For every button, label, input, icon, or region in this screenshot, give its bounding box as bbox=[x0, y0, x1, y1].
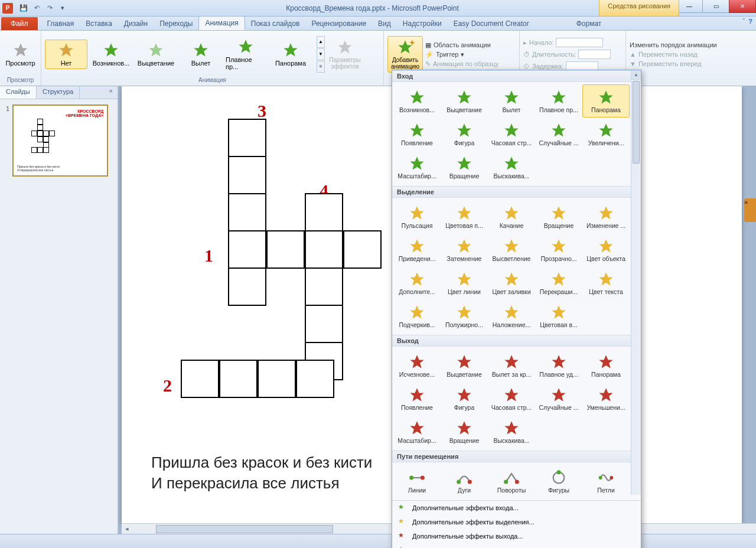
gallery-item[interactable]: Вылет bbox=[488, 84, 535, 118]
gallery-item[interactable]: Подчеркив... bbox=[393, 299, 441, 332]
panel-close-icon[interactable]: × bbox=[105, 86, 118, 99]
gallery-item[interactable]: Полужирно... bbox=[441, 299, 488, 332]
gallery-item[interactable]: Появление bbox=[393, 118, 441, 151]
gallery-item[interactable]: Часовая стр... bbox=[488, 382, 535, 415]
gallery-item[interactable]: Изменение ... bbox=[582, 200, 630, 233]
duration-input[interactable] bbox=[578, 50, 611, 59]
crossword-cell[interactable] bbox=[296, 360, 334, 398]
gallery-item[interactable]: Качание bbox=[488, 200, 535, 233]
qat-customize-icon[interactable]: ▾ bbox=[57, 2, 69, 14]
crossword-cell[interactable] bbox=[266, 230, 305, 269]
preview-button[interactable]: Просмотр bbox=[3, 40, 37, 69]
crossword-cell[interactable] bbox=[219, 360, 258, 398]
gallery-item[interactable]: Панорама bbox=[582, 349, 630, 382]
slides-tab[interactable]: Слайды bbox=[0, 86, 37, 99]
more-emphasis-effects[interactable]: ★Дополнительные эффекты выделения... bbox=[392, 515, 641, 529]
gallery-item[interactable]: Дуги bbox=[441, 465, 488, 498]
crossword-cell[interactable] bbox=[305, 193, 343, 231]
minimize-button[interactable]: — bbox=[676, 0, 703, 13]
tab-slideshow[interactable]: Показ слайдов bbox=[245, 17, 306, 30]
gallery-item[interactable]: Затемнение bbox=[441, 233, 488, 266]
gallery-item[interactable]: Плавное уд... bbox=[535, 349, 582, 382]
gallery-item[interactable]: Вращение bbox=[535, 200, 582, 233]
slide-thumbnail[interactable]: КРОССВОРД «ВРЕМЕНА ГОДА» Пришла без крас… bbox=[13, 105, 107, 176]
anim-appear[interactable]: Возникнов... bbox=[90, 40, 132, 69]
gallery-item[interactable]: Прозрачно... bbox=[535, 233, 582, 266]
gallery-item[interactable]: Часовая стр... bbox=[488, 118, 535, 151]
gallery-item[interactable]: Приведени... bbox=[393, 233, 441, 266]
gallery-item[interactable]: Фигуры bbox=[535, 465, 582, 498]
crossword-cell[interactable] bbox=[228, 119, 266, 157]
gallery-item[interactable]: Цветовая п... bbox=[441, 200, 488, 233]
tab-insert[interactable]: Вставка bbox=[80, 17, 118, 30]
crossword-cell[interactable] bbox=[305, 230, 343, 269]
tab-animations[interactable]: Анимация bbox=[198, 16, 245, 30]
gallery-scrollbar[interactable]: ▲ bbox=[631, 70, 641, 495]
gallery-item[interactable]: Фигура bbox=[441, 118, 488, 151]
gallery-item[interactable]: Случайные ... bbox=[535, 382, 582, 415]
gallery-item[interactable]: Цвет объекта bbox=[582, 233, 630, 266]
gallery-item[interactable]: Панорама bbox=[582, 84, 630, 118]
crossword-cell[interactable] bbox=[228, 230, 266, 269]
gallery-item[interactable]: Фигура bbox=[441, 382, 488, 415]
gallery-item[interactable]: Выскакива... bbox=[488, 151, 535, 184]
move-later-button[interactable]: ▼ Переместить вперед bbox=[630, 60, 702, 68]
maximize-button[interactable]: ▭ bbox=[702, 0, 729, 13]
gallery-up-icon[interactable]: ▲ bbox=[317, 36, 325, 48]
anim-none[interactable]: Нет bbox=[45, 40, 87, 69]
crossword-cell[interactable] bbox=[228, 193, 266, 231]
crossword-cell[interactable] bbox=[305, 305, 343, 343]
anim-fade[interactable]: Выцветание bbox=[135, 40, 177, 69]
gallery-item[interactable]: Дополните... bbox=[393, 266, 441, 299]
gallery-item[interactable]: Повороты bbox=[488, 465, 535, 498]
crossword-cell[interactable] bbox=[181, 360, 219, 398]
animation-pane-button[interactable]: ▦Область анимации bbox=[425, 41, 498, 50]
gallery-item[interactable]: Выцветание bbox=[441, 84, 488, 118]
save-icon[interactable]: 💾 bbox=[18, 2, 30, 14]
move-earlier-button[interactable]: ▲ Переместить назад bbox=[630, 50, 698, 58]
gallery-down-icon[interactable]: ▼ bbox=[317, 48, 325, 60]
gallery-item[interactable]: Высветление bbox=[488, 233, 535, 266]
effect-options-button[interactable]: Параметры эффектов bbox=[327, 37, 363, 72]
file-tab[interactable]: Файл bbox=[1, 17, 38, 30]
gallery-item[interactable]: Вылет за кр... bbox=[488, 349, 535, 382]
crossword-cell[interactable] bbox=[228, 268, 266, 306]
gallery-item[interactable]: Пульсация bbox=[393, 200, 441, 233]
gallery-item[interactable]: Плавное пр... bbox=[535, 84, 582, 118]
anim-float[interactable]: Плавное пр... bbox=[224, 36, 267, 73]
gallery-item[interactable]: Линии bbox=[393, 465, 441, 498]
gallery-item[interactable]: Петли bbox=[582, 465, 630, 498]
crossword-cell[interactable] bbox=[258, 360, 296, 398]
gallery-item[interactable]: Выскакива... bbox=[488, 415, 535, 448]
tab-home[interactable]: Главная bbox=[41, 17, 80, 30]
add-animation-button[interactable]: + Добавить анимацию bbox=[387, 36, 423, 73]
gallery-item[interactable]: Вращение bbox=[441, 151, 488, 184]
scroll-up-icon[interactable]: ▲ bbox=[631, 70, 641, 80]
gallery-item[interactable]: Цвет текста bbox=[582, 266, 630, 299]
animation-painter-button[interactable]: ✎Анимация по образцу bbox=[425, 60, 498, 68]
gallery-item[interactable]: Масштабир... bbox=[393, 151, 441, 184]
crossword-cell[interactable] bbox=[343, 230, 382, 269]
gallery-item[interactable]: Цвет заливки bbox=[488, 266, 535, 299]
gallery-item[interactable]: Выцветание bbox=[441, 349, 488, 382]
crossword-cell[interactable] bbox=[305, 268, 343, 306]
tab-design[interactable]: Дизайн bbox=[118, 17, 154, 30]
more-entrance-effects[interactable]: ★Дополнительные эффекты входа... bbox=[392, 501, 641, 515]
anim-flyin[interactable]: Вылет bbox=[180, 40, 222, 69]
tab-format[interactable]: Формат bbox=[571, 17, 608, 30]
gallery-item[interactable]: Уменьшени... bbox=[582, 382, 630, 415]
tab-transitions[interactable]: Переходы bbox=[154, 17, 198, 30]
redo-icon[interactable]: ↷ bbox=[44, 2, 56, 14]
gallery-item[interactable]: Цветовая в... bbox=[535, 299, 582, 332]
more-motion-paths[interactable]: ☆Другие пути перемещения... bbox=[392, 543, 641, 548]
gallery-item[interactable]: Случайные ... bbox=[535, 118, 582, 151]
gallery-item[interactable]: Перекраши... bbox=[535, 266, 582, 299]
tab-view[interactable]: Вид bbox=[372, 17, 397, 30]
close-button[interactable]: ✕ bbox=[729, 0, 756, 13]
minimize-ribbon-icon[interactable]: ˆ bbox=[743, 18, 745, 25]
gallery-item[interactable]: Вращение bbox=[441, 415, 488, 448]
gallery-more-icon[interactable]: ≡ bbox=[317, 61, 325, 73]
gallery-item[interactable]: Появление bbox=[393, 382, 441, 415]
more-exit-effects[interactable]: ★Дополнительные эффекты выхода... bbox=[392, 529, 641, 543]
scroll-thumb[interactable] bbox=[633, 81, 640, 164]
